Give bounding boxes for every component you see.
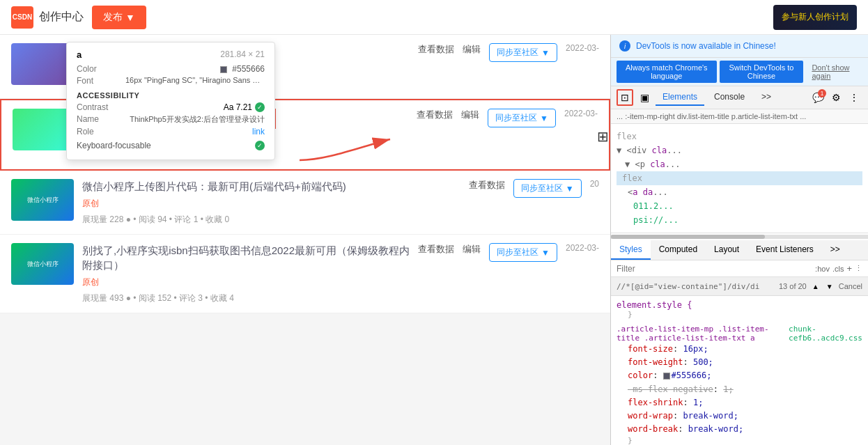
tree-line: 011.2... (617, 199, 862, 213)
style-rule: .article-list-item-mp .list-item-title .… (617, 325, 862, 445)
tooltip-dimensions: 281.84 × 21 (220, 49, 265, 60)
tooltip-keyboard-row: Keyboard-focusable ✓ (77, 141, 265, 150)
article-tags: 原创 (82, 276, 410, 288)
sync-label: 同步至社区 (497, 247, 538, 258)
style-prop: word-break: break-word; (617, 423, 862, 436)
edit-link[interactable]: 编辑 (463, 43, 481, 56)
view-data-link[interactable]: 查看数据 (417, 109, 453, 121)
tooltip-name-value: ThinkPhp5开发实战2:后台管理登录设计 (130, 114, 265, 125)
tooltip-accessibility-header: ACCESSIBILITY (77, 91, 265, 100)
article-actions: 查看数据 同步至社区 ▼ 20 (469, 179, 599, 226)
article-body: 微信小程序上传图片代码：最新可用(后端代码+前端代码) 原创 展现量 228 ●… (82, 179, 460, 226)
switch-chinese-button[interactable]: Switch DevTools to Chinese (720, 61, 804, 83)
article-title[interactable]: 微信小程序上传图片代码：最新可用(后端代码+前端代码) (82, 179, 460, 194)
style-prop: flex-shrink: 1; (617, 396, 862, 409)
sync-label: 同步至社区 (495, 112, 537, 124)
vertical-dots-icon[interactable]: ⋮ (846, 89, 862, 106)
article-item: 微信小程序 别找了,小程序实现isbn扫码获取图书信息2022最新可用（保姆级教… (0, 235, 610, 313)
tree-line-selected[interactable]: flex (617, 171, 862, 185)
article-thumbnail: 微信小程序 (11, 243, 74, 285)
style-prop: color: #555666; (617, 369, 862, 382)
tooltip-name-label: Name (77, 114, 99, 125)
nav-down-button[interactable]: ▼ (823, 280, 836, 292)
tree-line: <a da... (617, 185, 862, 199)
top-bar-right: 参与新人创作计划 (773, 5, 857, 30)
app-container: CSDN 创作中心 发布 ▼ 参与新人创作计划 services.exe作用 (0, 0, 868, 445)
sync-dropdown-icon: ▼ (541, 248, 550, 258)
sync-button[interactable]: 同步至社区 ▼ (489, 43, 557, 62)
horizontal-scrollbar[interactable] (611, 235, 868, 239)
tab-styles[interactable]: Styles (611, 240, 651, 260)
device-toolbar-icon[interactable]: ▣ (636, 89, 653, 106)
tab-more[interactable]: >> (754, 89, 778, 106)
tree-line: ▼ <div cla... (617, 143, 862, 157)
color-swatch (220, 66, 227, 73)
wechat-icon-text2: 微信小程序 (27, 260, 59, 269)
keyboard-check-icon: ✓ (255, 141, 265, 150)
article-tags: 原创 (82, 198, 460, 210)
article-actions: 查看数据 编辑 同步至社区 ▼ 2022-03- (417, 109, 598, 161)
tab-elements[interactable]: Elements (656, 89, 704, 106)
devtools-panel: i DevTools is now available in Chinese! … (610, 35, 868, 445)
styles-tabs: Styles Computed Layout Event Listeners >… (611, 240, 868, 260)
settings-icon[interactable]: ⚙ (828, 89, 844, 106)
filter-plus[interactable]: + (846, 263, 852, 274)
view-data-link[interactable]: 查看数据 (418, 43, 454, 56)
notification-buttons: Always match Chrome's language Switch De… (611, 58, 868, 86)
tag-original: 原创 (82, 198, 99, 210)
sync-button[interactable]: 同步至社区 ▼ (513, 179, 582, 198)
tooltip-color-label: Color (77, 64, 97, 74)
tooltip-role-label: Role (77, 127, 94, 136)
match-language-button[interactable]: Always match Chrome's language (617, 61, 717, 83)
tab-console[interactable]: Console (707, 89, 752, 106)
info-icon: i (619, 40, 630, 52)
article-item: 微信小程序 微信小程序上传图片代码：最新可用(后端代码+前端代码) 原创 展现量… (0, 171, 610, 235)
publish-dropdown-icon[interactable]: ▼ (125, 12, 135, 23)
tooltip-contrast-value: Aa 7.21 ✓ (224, 102, 265, 112)
article-item: services.exe作用 原创 推荐受影响 展现量 195 ● • 阅读 1… (0, 35, 610, 99)
edit-link[interactable]: 编辑 (461, 109, 479, 121)
tab-more-styles[interactable]: >> (822, 240, 848, 260)
csdn-logo-icon: CSDN (11, 6, 33, 29)
notification-text: DevTools is now available in Chinese! (636, 41, 776, 51)
tag-original: 原创 (82, 276, 99, 288)
tree-line: flex (617, 130, 862, 143)
contrast-check-icon: ✓ (255, 102, 265, 112)
sync-button[interactable]: 同步至社区 ▼ (489, 243, 557, 262)
article-date: 2022-03- (566, 243, 599, 253)
publish-button[interactable]: 发布 ▼ (92, 6, 146, 29)
view-data-link[interactable]: 查看数据 (418, 243, 454, 256)
styles-filter-input[interactable] (617, 264, 812, 274)
edit-link[interactable]: 编辑 (463, 243, 481, 256)
tab-event-listeners[interactable]: Event Listeners (747, 240, 822, 260)
tab-layout[interactable]: Layout (706, 240, 747, 260)
top-bar: CSDN 创作中心 发布 ▼ 参与新人创作计划 (0, 0, 868, 35)
filter-hov[interactable]: :hov (815, 265, 830, 273)
tab-computed[interactable]: Computed (651, 240, 706, 260)
tooltip-contrast-label: Contrast (77, 102, 108, 112)
inspect-element-icon[interactable]: ⊡ (617, 89, 633, 106)
view-data-link[interactable]: 查看数据 (469, 179, 505, 192)
filter-more[interactable]: ⋮ (855, 264, 862, 273)
filter-cls[interactable]: .cls (832, 265, 844, 273)
article-actions: 查看数据 编辑 同步至社区 ▼ 2022-03- (418, 243, 599, 304)
article-body: 别找了,小程序实现isbn扫码获取图书信息2022最新可用（保姆级教程内附接口）… (82, 243, 410, 304)
article-title[interactable]: 别找了,小程序实现isbn扫码获取图书信息2022最新可用（保姆级教程内附接口） (82, 243, 410, 272)
dont-show-again-link[interactable]: Don't show again (806, 61, 862, 83)
nav-up-button[interactable]: ▲ (809, 280, 822, 292)
sync-dropdown-icon: ▼ (540, 114, 548, 123)
sync-button[interactable]: 同步至社区 ▼ (488, 109, 556, 127)
devtools-breadcrumb: ... :-item-mp-right div.list-item-title … (611, 109, 868, 124)
tree-line: ▼ <p cla... (617, 157, 862, 171)
article-date: 2022-03- (564, 109, 598, 118)
main-content: services.exe作用 原创 推荐受影响 展现量 195 ● • 阅读 1… (0, 35, 868, 445)
banner-image: 参与新人创作计划 (773, 5, 857, 30)
article-list: services.exe作用 原创 推荐受影响 展现量 195 ● • 阅读 1… (0, 35, 610, 313)
publish-label: 发布 (103, 11, 123, 24)
message-badge[interactable]: 💬 1 (809, 89, 826, 106)
article-meta: 展现量 228 ● • 阅读 94 • 评论 1 • 收藏 0 (82, 214, 460, 226)
element-tooltip: a 281.84 × 21 Color #555666 Font (66, 42, 275, 160)
cancel-selector[interactable]: Cancel (839, 282, 862, 290)
tooltip-element: a (77, 49, 82, 60)
csdn-logo: CSDN 创作中心 (11, 6, 84, 29)
